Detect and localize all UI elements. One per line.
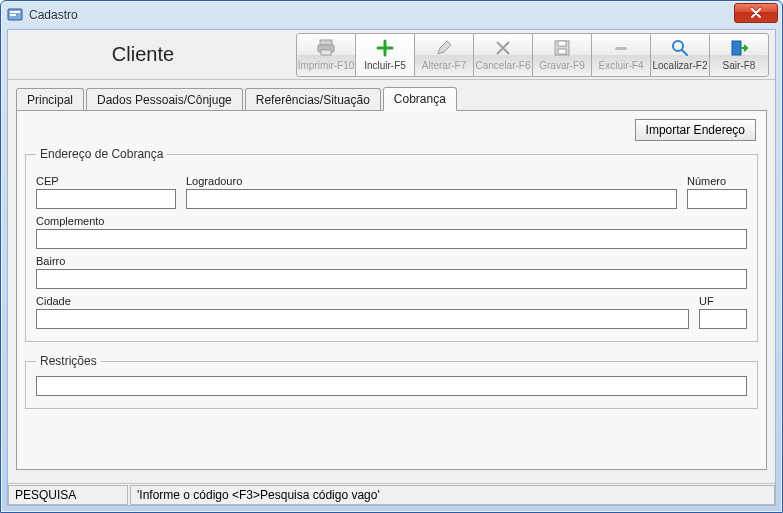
floppy-icon [553,38,571,58]
tabs-area: Principal Dados Pessoais/Cônjuge Referên… [8,80,775,470]
titlebar: Cadastro [1,1,782,29]
svg-rect-11 [732,41,741,55]
label-numero: Número [687,175,747,187]
include-button[interactable]: Incluir-F5 [355,33,415,77]
svg-rect-9 [615,47,627,50]
tab-dados-pessoais[interactable]: Dados Pessoais/Cônjuge [86,88,243,111]
svg-rect-1 [10,11,20,13]
svg-rect-8 [558,49,566,54]
delete-label: Excluir-F4 [598,60,643,71]
input-complemento[interactable] [36,229,747,249]
window-close-button[interactable] [734,3,778,23]
alter-button[interactable]: Alterar-F7 [414,33,474,77]
client-area: Cliente Imprimir-F10 Incluir-F5 [7,29,776,506]
tab-strip: Principal Dados Pessoais/Cônjuge Referên… [16,86,767,110]
cancel-label: Cancelar-F6 [475,60,530,71]
alter-label: Alterar-F7 [422,60,466,71]
field-uf: UF [699,295,747,329]
x-icon [495,38,511,58]
label-logradouro: Logradouro [186,175,677,187]
field-cep: CEP [36,175,176,209]
svg-rect-2 [10,14,16,16]
print-button[interactable]: Imprimir-F10 [296,33,356,77]
row-cep-log-num: CEP Logradouro Número [36,175,747,209]
label-cidade: Cidade [36,295,689,307]
tab-referencias[interactable]: Referências/Situação [245,88,381,111]
field-cidade: Cidade [36,295,689,329]
window-frame: Cadastro Cliente Imprimir-F10 [0,0,783,513]
input-cep[interactable] [36,189,176,209]
find-button[interactable]: Localizar-F2 [650,33,710,77]
statusbar: PESQUISA 'Informe o código <F3>Pesquisa … [8,483,775,505]
save-label: Gravar-F9 [539,60,585,71]
import-address-button[interactable]: Importar Endereço [635,119,756,141]
exit-label: Sair-F8 [723,60,756,71]
input-bairro[interactable] [36,269,747,289]
field-complemento: Complemento [36,215,747,249]
pencil-icon [435,38,453,58]
page-title: Cliente [8,43,278,66]
include-label: Incluir-F5 [364,60,406,71]
app-icon [7,7,23,23]
plus-icon [376,38,394,58]
cancel-button[interactable]: Cancelar-F6 [473,33,533,77]
restrictions-group: Restrições [25,354,758,409]
billing-address-group: Endereço de Cobrança CEP Logradouro Núme… [25,147,758,342]
save-button[interactable]: Gravar-F9 [532,33,592,77]
tab-principal[interactable]: Principal [16,88,84,111]
find-label: Localizar-F2 [652,60,707,71]
billing-address-legend: Endereço de Cobrança [36,147,167,161]
row-complemento: Complemento [36,215,747,249]
topbar: Cliente Imprimir-F10 Incluir-F5 [8,30,775,80]
label-cep: CEP [36,175,176,187]
input-logradouro[interactable] [186,189,677,209]
status-mode: PESQUISA [8,485,128,505]
row-bairro: Bairro [36,255,747,289]
row-cidade-uf: Cidade UF [36,295,747,329]
window-title: Cadastro [29,8,78,22]
exit-icon [730,38,748,58]
minus-icon [612,38,630,58]
printer-icon [316,38,336,58]
input-numero[interactable] [687,189,747,209]
exit-button[interactable]: Sair-F8 [709,33,769,77]
input-restricoes[interactable] [36,376,747,396]
print-label: Imprimir-F10 [298,60,355,71]
field-logradouro: Logradouro [186,175,677,209]
delete-button[interactable]: Excluir-F4 [591,33,651,77]
tab-cobranca[interactable]: Cobrança [383,87,457,111]
status-message: 'Informe o código <F3>Pesquisa código va… [130,485,775,505]
restrictions-legend: Restrições [36,354,101,368]
input-uf[interactable] [699,309,747,329]
tab-panel-cobranca: Importar Endereço Endereço de Cobrança C… [16,110,767,470]
label-bairro: Bairro [36,255,747,267]
field-bairro: Bairro [36,255,747,289]
spacer [8,470,775,483]
label-complemento: Complemento [36,215,747,227]
magnifier-icon [671,38,689,58]
svg-rect-5 [321,50,331,55]
svg-rect-7 [558,41,566,46]
input-cidade[interactable] [36,309,689,329]
toolbar: Imprimir-F10 Incluir-F5 Alterar-F7 [296,33,769,77]
svg-rect-3 [320,40,332,45]
label-uf: UF [699,295,747,307]
close-icon [750,8,762,18]
field-numero: Número [687,175,747,209]
